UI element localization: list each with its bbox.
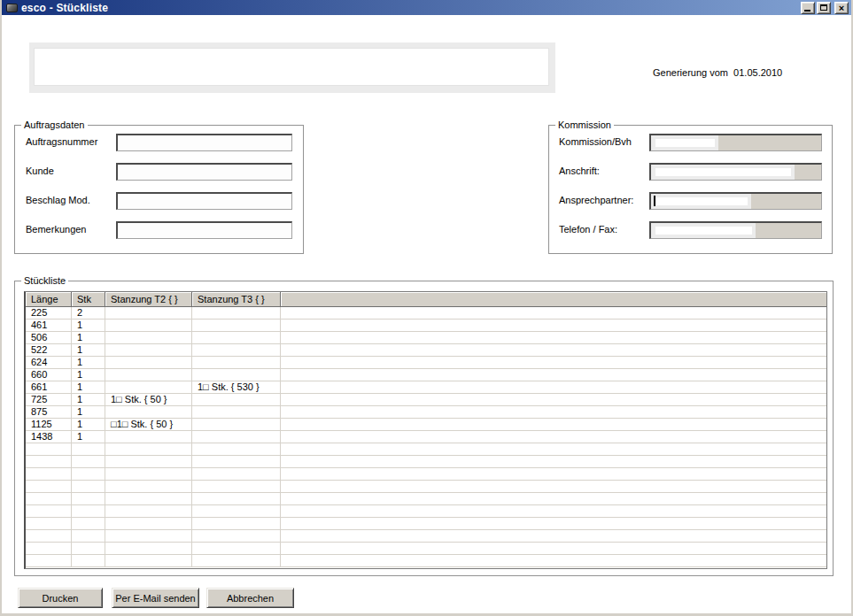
cell-laenge[interactable]: 660: [26, 369, 72, 381]
abbrechen-button[interactable]: Abbrechen: [206, 588, 294, 608]
cell-t2[interactable]: 1□ Stk. { 50 }: [105, 394, 192, 406]
col-header-stanzung-t2[interactable]: Stanzung T2 { }: [105, 292, 192, 307]
cell-empty[interactable]: [105, 468, 192, 481]
cell-t3[interactable]: [192, 431, 281, 443]
cell-t2[interactable]: [105, 431, 192, 443]
table-row-empty[interactable]: [26, 555, 826, 567]
cell-empty[interactable]: [72, 555, 105, 567]
table-row-empty[interactable]: [26, 518, 826, 530]
cell-empty[interactable]: [281, 468, 826, 481]
cell-extra[interactable]: [281, 419, 826, 431]
table-row[interactable]: 225 2: [26, 307, 826, 320]
cell-empty[interactable]: [26, 505, 72, 518]
table-row[interactable]: 660 1: [26, 369, 826, 381]
cell-stk[interactable]: 1: [72, 357, 105, 369]
cell-empty[interactable]: [26, 456, 72, 468]
ansprechpartner-field[interactable]: [649, 192, 822, 210]
cell-stk[interactable]: 2: [72, 307, 105, 320]
cell-empty[interactable]: [26, 481, 72, 493]
cell-stk[interactable]: 1: [72, 332, 105, 344]
cell-empty[interactable]: [281, 543, 826, 555]
cell-empty[interactable]: [105, 493, 192, 505]
stueckliste-grid[interactable]: Länge Stk Stanzung T2 { } Stanzung T3 { …: [24, 291, 827, 569]
cell-laenge[interactable]: 624: [26, 357, 72, 369]
cell-laenge[interactable]: 1438: [26, 431, 72, 443]
cell-t2[interactable]: [105, 320, 192, 332]
cell-t3[interactable]: [192, 419, 281, 431]
cell-extra[interactable]: [281, 431, 826, 443]
cell-t2[interactable]: [105, 406, 192, 419]
table-row[interactable]: 661 1 1□ Stk. { 530 }: [26, 381, 826, 394]
cell-empty[interactable]: [105, 543, 192, 555]
cell-stk[interactable]: 1: [72, 431, 105, 443]
table-row[interactable]: 624 1: [26, 357, 826, 369]
drucken-button[interactable]: Drucken: [18, 588, 103, 608]
cell-t2[interactable]: [105, 357, 192, 369]
cell-laenge[interactable]: 225: [26, 307, 72, 320]
cell-extra[interactable]: [281, 320, 826, 332]
cell-stk[interactable]: 1: [72, 406, 105, 419]
cell-empty[interactable]: [26, 543, 72, 555]
cell-extra[interactable]: [281, 332, 826, 344]
table-row-empty[interactable]: [26, 481, 826, 493]
cell-extra[interactable]: [281, 406, 826, 419]
cell-t3[interactable]: [192, 369, 281, 381]
kunde-input[interactable]: [116, 163, 292, 181]
cell-extra[interactable]: [281, 307, 826, 320]
cell-laenge[interactable]: 461: [26, 320, 72, 332]
cell-extra[interactable]: [281, 394, 826, 406]
cell-empty[interactable]: [192, 518, 281, 530]
table-row[interactable]: 522 1: [26, 344, 826, 357]
cell-empty[interactable]: [72, 530, 105, 543]
cell-t3[interactable]: [192, 394, 281, 406]
cell-stk[interactable]: 1: [72, 369, 105, 381]
table-row[interactable]: 875 1: [26, 406, 826, 419]
cell-empty[interactable]: [26, 530, 72, 543]
cell-empty[interactable]: [192, 530, 281, 543]
cell-laenge[interactable]: 506: [26, 332, 72, 344]
cell-empty[interactable]: [192, 456, 281, 468]
table-row-empty[interactable]: [26, 543, 826, 555]
cell-empty[interactable]: [192, 443, 281, 456]
cell-laenge[interactable]: 875: [26, 406, 72, 419]
cell-empty[interactable]: [105, 555, 192, 567]
cell-empty[interactable]: [192, 481, 281, 493]
table-row[interactable]: 506 1: [26, 332, 826, 344]
cell-empty[interactable]: [281, 518, 826, 530]
cell-t2[interactable]: [105, 307, 192, 320]
col-header-stanzung-t3[interactable]: Stanzung T3 { }: [192, 292, 281, 307]
kommission-bvh-field[interactable]: [649, 134, 822, 151]
cell-stk[interactable]: 1: [72, 344, 105, 357]
cell-empty[interactable]: [72, 493, 105, 505]
cell-empty[interactable]: [192, 505, 281, 518]
cell-t3[interactable]: [192, 344, 281, 357]
email-senden-button[interactable]: Per E-Mail senden: [112, 588, 199, 608]
cell-empty[interactable]: [105, 456, 192, 468]
cell-t2[interactable]: [105, 332, 192, 344]
cell-empty[interactable]: [192, 543, 281, 555]
cell-empty[interactable]: [72, 505, 105, 518]
telefon-fax-field[interactable]: [649, 221, 822, 239]
cell-extra[interactable]: [281, 369, 826, 381]
close-button-icon[interactable]: ×: [834, 2, 849, 14]
cell-extra[interactable]: [281, 357, 826, 369]
cell-empty[interactable]: [26, 468, 72, 481]
cell-extra[interactable]: [281, 381, 826, 394]
col-header-empty[interactable]: [281, 292, 826, 307]
cell-empty[interactable]: [192, 555, 281, 567]
table-row-empty[interactable]: [26, 443, 826, 456]
cell-laenge[interactable]: 1125: [26, 419, 72, 431]
cell-t2[interactable]: [105, 381, 192, 394]
cell-extra[interactable]: [281, 344, 826, 357]
cell-empty[interactable]: [105, 481, 192, 493]
cell-empty[interactable]: [192, 493, 281, 505]
cell-empty[interactable]: [72, 456, 105, 468]
cell-empty[interactable]: [26, 555, 72, 567]
cell-empty[interactable]: [105, 530, 192, 543]
table-row[interactable]: 461 1: [26, 320, 826, 332]
cell-empty[interactable]: [26, 443, 72, 456]
cell-empty[interactable]: [281, 555, 826, 567]
cell-stk[interactable]: 1: [72, 419, 105, 431]
beschlag-mod-input[interactable]: [116, 192, 292, 210]
cell-empty[interactable]: [72, 443, 105, 456]
